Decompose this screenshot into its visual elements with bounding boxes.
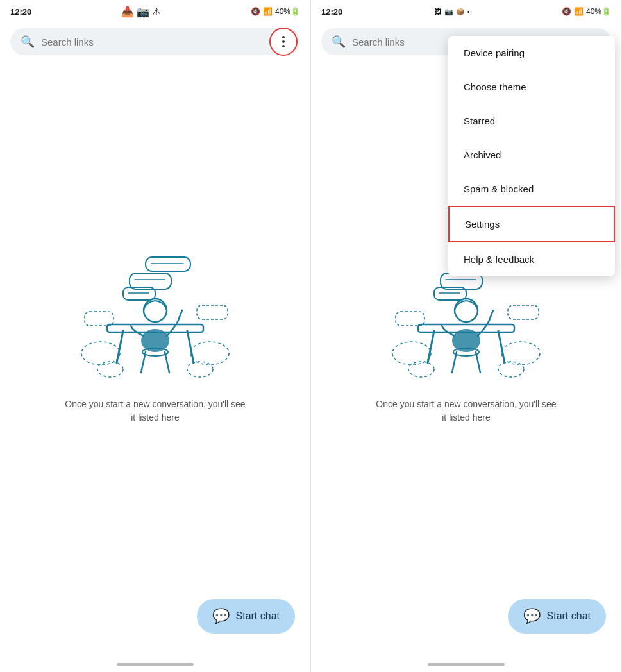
vertical-dots-icon <box>282 36 285 47</box>
menu-item-archived[interactable]: Archived <box>448 138 615 172</box>
mute-icon: 🔇 <box>251 7 260 16</box>
empty-message-line2: it listed here <box>65 411 245 424</box>
right-status-bar: 12:20 🖼 📷 📦 • 🔇 📶 40%🔋 <box>311 0 621 23</box>
right-empty-message-line2: it listed here <box>376 411 556 424</box>
svg-point-36 <box>392 342 431 365</box>
camera-icon: 📷 <box>444 8 453 16</box>
package-icon: 📦 <box>456 8 465 16</box>
right-status-left-icons: 🖼 📷 📦 • <box>435 8 470 16</box>
menu-item-choose-theme[interactable]: Choose theme <box>448 70 615 104</box>
more-options-button[interactable] <box>269 28 298 56</box>
left-phone-panel: 12:20 📥 📷 ⚠ 🔇 📶 40%🔋 🔍 Search links <box>0 0 311 672</box>
svg-line-27 <box>452 352 457 373</box>
menu-item-device-pairing[interactable]: Device pairing <box>448 36 615 70</box>
left-status-left-icons: 📥 📷 ⚠ <box>121 6 161 18</box>
chat-icon: 💬 <box>212 608 230 625</box>
search-icon: 🔍 <box>332 35 346 49</box>
left-main-content: Once you start a new conversation, you'l… <box>0 60 310 657</box>
svg-point-38 <box>408 362 434 377</box>
left-start-chat-label: Start chat <box>236 610 280 622</box>
right-status-right-icons: 🔇 📶 40%🔋 <box>562 7 611 16</box>
empty-message-line1: Once you start a new conversation, you'l… <box>65 398 245 411</box>
svg-point-17 <box>97 362 123 377</box>
mute-icon: 🔇 <box>562 7 571 16</box>
battery-text: 40%🔋 <box>275 7 300 16</box>
right-start-chat-label: Start chat <box>547 610 591 622</box>
left-status-bar: 12:20 📥 📷 ⚠ 🔇 📶 40%🔋 <box>0 0 310 23</box>
menu-item-help-feedback[interactable]: Help & feedback <box>448 242 615 276</box>
download-icon: 📥 <box>121 6 134 18</box>
empty-state-text: Once you start a new conversation, you'l… <box>65 398 245 424</box>
svg-point-25 <box>455 299 478 322</box>
svg-line-26 <box>491 310 493 317</box>
menu-item-starred[interactable]: Starred <box>448 104 615 138</box>
right-home-bar <box>428 663 505 666</box>
right-start-chat-button[interactable]: 💬 Start chat <box>508 599 606 634</box>
left-start-chat-button[interactable]: 💬 Start chat <box>197 599 295 634</box>
left-home-bar <box>117 663 194 666</box>
svg-rect-20 <box>197 305 228 319</box>
dot-indicator: • <box>467 8 470 15</box>
svg-rect-40 <box>396 312 424 326</box>
battery-text: 40%🔋 <box>586 7 611 16</box>
left-home-indicator <box>0 657 310 672</box>
wifi-icon: 📶 <box>574 7 584 16</box>
right-status-time: 12:20 <box>321 7 342 17</box>
svg-point-4 <box>144 299 167 322</box>
screenshot-icon: 📷 <box>137 6 149 18</box>
left-search-input[interactable]: Search links <box>41 37 290 47</box>
search-icon: 🔍 <box>21 35 35 49</box>
svg-line-28 <box>476 352 480 373</box>
image-icon: 🖼 <box>435 8 442 15</box>
svg-point-16 <box>190 342 229 365</box>
svg-rect-41 <box>508 305 539 319</box>
right-phone-panel: 12:20 🖼 📷 📦 • 🔇 📶 40%🔋 🔍 Search links De… <box>311 0 622 672</box>
wifi-icon: 📶 <box>263 7 273 16</box>
right-empty-state-text: Once you start a new conversation, you'l… <box>376 398 556 424</box>
empty-state-illustration <box>72 241 239 382</box>
right-home-indicator <box>311 657 621 672</box>
svg-line-6 <box>141 352 146 373</box>
svg-rect-19 <box>85 312 113 326</box>
left-search-bar[interactable]: 🔍 Search links <box>10 28 300 55</box>
menu-item-settings[interactable]: Settings <box>448 206 615 242</box>
svg-line-7 <box>165 352 169 373</box>
svg-rect-10 <box>146 257 190 271</box>
svg-point-39 <box>498 362 524 377</box>
dropdown-menu: Device pairing Choose theme Starred Arch… <box>448 36 615 276</box>
svg-point-37 <box>501 342 540 365</box>
svg-point-15 <box>81 342 120 365</box>
menu-item-spam-blocked[interactable]: Spam & blocked <box>448 172 615 206</box>
left-status-right-icons: 🔇 📶 40%🔋 <box>251 7 300 16</box>
chat-icon: 💬 <box>523 608 541 625</box>
warning-icon: ⚠ <box>152 6 161 18</box>
svg-point-18 <box>187 362 213 377</box>
left-status-time: 12:20 <box>10 7 31 17</box>
svg-line-5 <box>180 310 182 317</box>
right-empty-message-line1: Once you start a new conversation, you'l… <box>376 398 556 411</box>
